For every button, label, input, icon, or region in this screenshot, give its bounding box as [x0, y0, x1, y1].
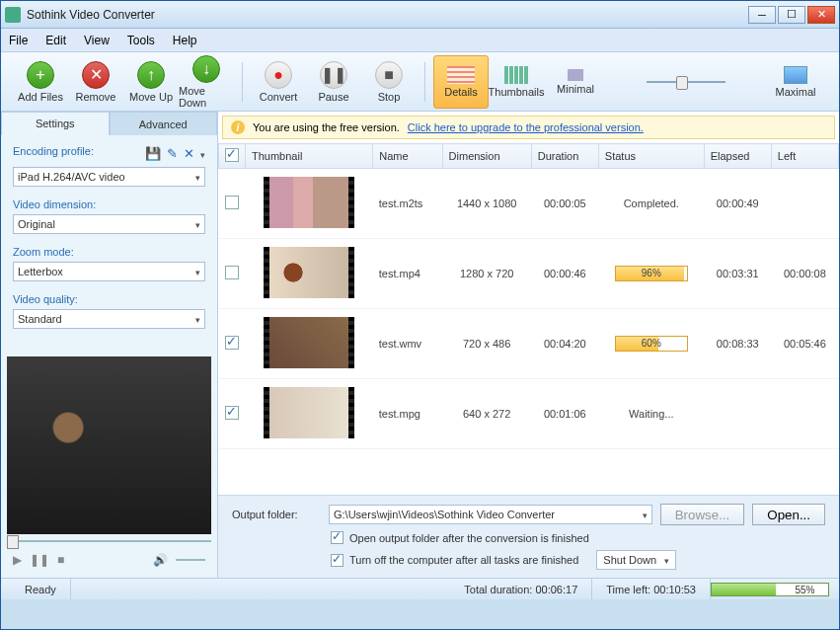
status-bar: Ready Total duration: 00:06:17 Time left… — [1, 578, 839, 599]
col-duration[interactable]: Duration — [531, 144, 598, 169]
row-checkbox[interactable] — [225, 336, 239, 350]
open-button[interactable]: Open... — [752, 504, 825, 525]
video-dimension-label: Video dimension: — [13, 198, 205, 210]
toolbar: +Add Files ✕Remove ↑Move Up ↓Move Down ●… — [1, 52, 839, 112]
overall-progress: 55% — [711, 583, 829, 596]
left-panel: Settings Advanced Encoding profile: 💾 ✎ … — [1, 112, 218, 578]
add-files-button[interactable]: +Add Files — [13, 55, 68, 109]
minimize-button[interactable]: ─ — [748, 6, 776, 24]
row-checkbox[interactable] — [225, 196, 239, 209]
row-dimension: 640 x 272 — [442, 379, 531, 449]
move-down-button[interactable]: ↓Move Down — [179, 55, 234, 109]
video-quality-select[interactable]: Standard — [13, 309, 205, 329]
encoding-profile-label: Encoding profile: — [13, 145, 94, 157]
info-text: You are using the free version. — [253, 121, 400, 133]
info-icon: i — [231, 120, 245, 134]
col-dimension[interactable]: Dimension — [442, 144, 531, 169]
stop-button[interactable]: ■Stop — [361, 55, 417, 109]
titlebar: Sothink Video Converter ─ ☐ ✕ — [1, 1, 839, 29]
col-elapsed[interactable]: Elapsed — [704, 144, 771, 169]
menu-tools[interactable]: Tools — [127, 34, 155, 47]
video-quality-label: Video quality: — [13, 293, 205, 305]
save-profile-icon[interactable]: 💾 — [145, 146, 161, 161]
col-left[interactable]: Left — [771, 144, 838, 169]
thumbnail-size-slider[interactable] — [647, 81, 725, 83]
select-all-checkbox[interactable] — [225, 148, 239, 162]
preview-panel: ▶ ❚❚ ■ 🔊 — [1, 351, 217, 578]
row-checkbox[interactable] — [225, 266, 239, 279]
maximize-button[interactable]: ☐ — [778, 6, 805, 24]
menubar: File Edit View Tools Help — [1, 29, 839, 52]
preview-seek-slider[interactable] — [7, 540, 211, 542]
row-thumbnail — [264, 247, 354, 298]
convert-button[interactable]: ●Convert — [251, 55, 306, 109]
maximal-button[interactable]: Maximal — [772, 55, 819, 109]
status-text: Completed. — [624, 197, 679, 209]
preview-volume-slider[interactable] — [176, 559, 205, 561]
row-left — [771, 379, 838, 449]
window-title: Sothink Video Converter — [27, 8, 748, 22]
down-arrow-icon: ↓ — [192, 55, 220, 83]
table-row[interactable]: test.mpg640 x 27200:01:06Waiting... — [219, 379, 839, 449]
thumbnails-view-button[interactable]: Thumbnails — [489, 55, 544, 109]
video-dimension-select[interactable]: Original — [13, 214, 205, 234]
browse-button[interactable]: Browse... — [660, 504, 745, 525]
row-duration: 00:04:20 — [531, 309, 598, 379]
row-dimension: 1280 x 720 — [442, 239, 531, 309]
row-left — [771, 169, 838, 239]
shutdown-select[interactable]: Shut Down — [596, 550, 676, 570]
upgrade-link[interactable]: Click here to upgrade to the professiona… — [408, 121, 644, 133]
table-row[interactable]: test.m2ts1440 x 108000:00:05Completed.00… — [219, 169, 839, 239]
row-thumbnail — [264, 177, 354, 228]
thumbnails-icon — [504, 66, 528, 84]
up-arrow-icon: ↑ — [137, 61, 165, 89]
file-grid: Thumbnail Name Dimension Duration Status… — [218, 143, 839, 495]
move-up-button[interactable]: ↑Move Up — [123, 55, 179, 109]
pause-button[interactable]: ❚❚Pause — [306, 55, 361, 109]
profile-menu-icon[interactable] — [200, 146, 205, 161]
menu-help[interactable]: Help — [173, 34, 197, 47]
row-name: test.wmv — [373, 309, 442, 379]
encoding-profile-select[interactable]: iPad H.264/AVC video — [13, 167, 205, 187]
row-dimension: 1440 x 1080 — [442, 169, 531, 239]
preview-volume-icon[interactable]: 🔊 — [153, 553, 168, 567]
zoom-mode-label: Zoom mode: — [13, 246, 205, 258]
close-button[interactable]: ✕ — [807, 6, 835, 24]
remove-button[interactable]: ✕Remove — [68, 55, 123, 109]
status-text: Waiting... — [629, 408, 673, 420]
shutdown-checkbox[interactable] — [331, 554, 344, 567]
row-elapsed — [704, 379, 771, 449]
zoom-mode-select[interactable]: Letterbox — [13, 262, 205, 281]
details-icon — [447, 66, 475, 84]
right-panel: i You are using the free version. Click … — [218, 112, 839, 578]
menu-file[interactable]: File — [9, 34, 28, 47]
menu-view[interactable]: View — [84, 34, 110, 47]
table-row[interactable]: test.wmv720 x 48600:04:2060%00:08:3300:0… — [219, 309, 839, 379]
row-thumbnail — [264, 317, 354, 368]
pause-icon: ❚❚ — [320, 61, 347, 89]
minimal-button[interactable]: Minimal — [552, 55, 599, 109]
tab-advanced[interactable]: Advanced — [110, 112, 218, 135]
image-icon — [784, 66, 807, 84]
row-elapsed: 00:03:31 — [704, 239, 771, 309]
preview-play-button[interactable]: ▶ — [13, 553, 22, 567]
tab-settings[interactable]: Settings — [1, 112, 110, 135]
preview-stop-button[interactable]: ■ — [57, 553, 64, 567]
row-elapsed: 00:08:33 — [704, 309, 771, 379]
status-ready: Ready — [11, 579, 71, 599]
table-row[interactable]: test.mp41280 x 72000:00:4696%00:03:3100:… — [219, 239, 839, 309]
menu-edit[interactable]: Edit — [45, 34, 66, 47]
output-folder-select[interactable]: G:\Users\wjin\Videos\Sothink Video Conve… — [329, 505, 652, 524]
app-icon — [5, 7, 21, 23]
open-folder-checkbox[interactable] — [331, 531, 344, 544]
edit-profile-icon[interactable]: ✎ — [167, 146, 178, 161]
details-view-button[interactable]: Details — [433, 55, 489, 109]
col-status[interactable]: Status — [598, 144, 704, 169]
row-thumbnail — [264, 387, 354, 438]
preview-pause-button[interactable]: ❚❚ — [30, 553, 49, 567]
col-thumbnail[interactable]: Thumbnail — [246, 144, 373, 169]
delete-profile-icon[interactable]: ✕ — [184, 146, 194, 161]
info-bar: i You are using the free version. Click … — [222, 116, 835, 139]
row-checkbox[interactable] — [225, 406, 239, 420]
col-name[interactable]: Name — [373, 144, 442, 169]
